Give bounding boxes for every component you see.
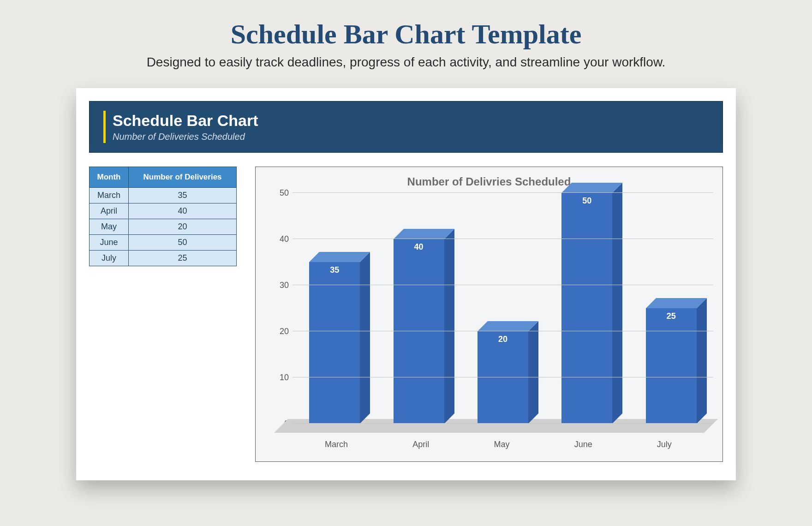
- card-title: Schedule Bar Chart: [113, 112, 709, 130]
- chart-bar: 35: [309, 193, 360, 424]
- chart-bar-front: [309, 262, 360, 424]
- table-cell-deliveries: 50: [129, 235, 237, 251]
- table-row: April40: [90, 203, 237, 219]
- chart-x-tick: March: [325, 440, 348, 449]
- chart-bar-top: [561, 183, 622, 193]
- chart-bar-value: 25: [646, 311, 697, 321]
- table-cell-deliveries: 20: [129, 219, 237, 235]
- chart-y-tick: 40: [280, 234, 289, 244]
- table-row: June50: [90, 235, 237, 251]
- chart-bar: 25: [646, 193, 697, 424]
- chart-bar-front: [646, 308, 697, 424]
- chart-bar-top: [394, 229, 454, 239]
- chart-bar-top: [478, 321, 538, 331]
- chart-bar-side: [612, 183, 622, 424]
- table-cell-month: March: [90, 188, 129, 203]
- chart-bar-value: 40: [394, 242, 444, 252]
- chart-bar-value: 35: [309, 265, 360, 275]
- card-subtitle: Number of Deliveries Scheduled: [113, 132, 709, 142]
- bar-chart: Number of Delivries Scheduled 0102030405…: [255, 167, 723, 462]
- chart-bar-front: [478, 331, 528, 424]
- chart-gridline: [293, 377, 713, 377]
- chart-bar-side: [444, 229, 454, 424]
- chart-gridline: [293, 331, 713, 331]
- table-row: May20: [90, 219, 237, 235]
- card-header: Schedule Bar Chart Number of Deliveries …: [89, 101, 723, 153]
- data-table: Month Number of Deliveries March35April4…: [89, 167, 237, 266]
- page-subtitle: Designed to easily track deadlines, prog…: [0, 55, 812, 70]
- chart-bar-value: 20: [478, 335, 528, 344]
- table-cell-month: June: [90, 235, 129, 251]
- table-cell-month: July: [90, 251, 129, 266]
- table-row: March35: [90, 188, 237, 203]
- table-header-deliveries: Number of Deliveries: [129, 167, 237, 188]
- chart-gridline: [293, 192, 713, 193]
- chart-bar-value: 50: [561, 196, 612, 206]
- table-header-month: Month: [90, 167, 129, 188]
- chart-grid: 3540205025: [293, 193, 713, 424]
- chart-x-tick: May: [494, 440, 509, 449]
- chart-bar: 40: [394, 193, 444, 424]
- chart-gridline: [293, 239, 713, 239]
- chart-bar-front: [394, 239, 444, 424]
- page-title: Schedule Bar Chart Template: [0, 18, 812, 50]
- chart-bar-side: [697, 298, 707, 424]
- chart-bars: 3540205025: [293, 193, 713, 424]
- chart-y-axis: 01020304050: [265, 193, 293, 451]
- table-cell-deliveries: 35: [129, 188, 237, 203]
- chart-gridline: [293, 423, 713, 424]
- table-cell-deliveries: 40: [129, 203, 237, 219]
- chart-bar-top: [309, 252, 370, 262]
- table-cell-deliveries: 25: [129, 251, 237, 266]
- chart-bar: 20: [478, 193, 528, 424]
- chart-gridline: [293, 285, 713, 285]
- chart-y-tick: 10: [280, 373, 289, 383]
- chart-y-tick: 50: [280, 188, 289, 198]
- chart-x-tick: April: [412, 440, 429, 449]
- chart-x-labels: MarchAprilMayJuneJuly: [293, 440, 704, 449]
- chart-x-tick: June: [574, 440, 592, 449]
- table-row: July25: [90, 251, 237, 266]
- table-cell-month: April: [90, 203, 129, 219]
- chart-bar: 50: [561, 193, 612, 424]
- chart-plot-area: 01020304050 3540205025 MarchAprilMayJune…: [265, 193, 713, 451]
- chart-y-tick: 20: [280, 327, 289, 336]
- chart-title: Number of Delivries Scheduled: [265, 175, 713, 188]
- table-cell-month: May: [90, 219, 129, 235]
- chart-bar-side: [360, 252, 370, 424]
- chart-bar-side: [528, 321, 538, 424]
- chart-bar-top: [646, 298, 707, 308]
- template-card: Schedule Bar Chart Number of Deliveries …: [76, 88, 736, 480]
- chart-y-tick: 30: [280, 281, 289, 290]
- chart-x-tick: July: [657, 440, 672, 449]
- chart-bar-front: [561, 193, 612, 424]
